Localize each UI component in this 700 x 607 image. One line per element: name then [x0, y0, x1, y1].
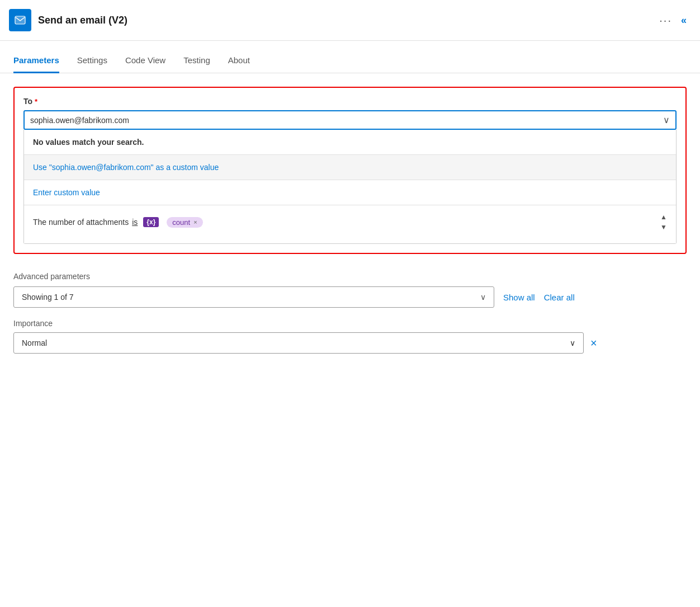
importance-section: Importance Normal ∨ ×	[13, 319, 687, 354]
enter-custom-value-option[interactable]: Enter custom value	[24, 180, 676, 205]
advanced-select-row: Showing 1 of 7 ∨ Show all Clear all	[13, 286, 687, 308]
to-label: To *	[23, 97, 677, 106]
importance-row: Normal ∨ ×	[13, 332, 687, 354]
attachment-row: The number of attachments is {x} count ×…	[24, 205, 676, 239]
count-label: count	[172, 218, 190, 227]
to-field-container: To * ∨ No values match your search. Use …	[13, 87, 687, 254]
to-input[interactable]	[30, 116, 663, 125]
count-remove-button[interactable]: ×	[193, 219, 197, 225]
importance-clear-button[interactable]: ×	[590, 337, 597, 350]
advanced-parameters-label: Advanced parameters	[13, 272, 687, 281]
tab-bar: Parameters Settings Code View Testing Ab…	[0, 50, 700, 73]
spacer	[24, 239, 676, 243]
header-left: Send an email (V2)	[9, 9, 127, 31]
to-dropdown-panel: No values match your search. Use "sophia…	[23, 130, 677, 244]
tab-parameters[interactable]: Parameters	[13, 50, 59, 73]
importance-label: Importance	[13, 319, 687, 328]
showing-select[interactable]: Showing 1 of 7 ∨	[13, 286, 494, 308]
main-content: To * ∨ No values match your search. Use …	[0, 73, 700, 367]
header-title: Send an email (V2)	[38, 15, 127, 26]
tab-about[interactable]: About	[228, 50, 250, 73]
importance-chevron: ∨	[570, 338, 575, 347]
arrow-down-button[interactable]: ▼	[660, 223, 667, 231]
collapse-button[interactable]: «	[681, 15, 687, 26]
attachment-arrows: ▲ ▼	[660, 213, 667, 231]
header: Send an email (V2) ··· «	[0, 0, 700, 41]
more-options-button[interactable]: ···	[659, 14, 672, 27]
to-input-wrapper[interactable]: ∨	[23, 110, 677, 130]
advanced-parameters-section: Advanced parameters Showing 1 of 7 ∨ Sho…	[13, 272, 687, 354]
count-badge: count ×	[167, 217, 202, 228]
header-actions: ··· «	[659, 14, 687, 27]
required-marker: *	[35, 97, 37, 106]
showing-chevron: ∨	[480, 293, 486, 302]
app-icon	[9, 9, 31, 31]
importance-value: Normal	[22, 338, 47, 347]
use-custom-value-option[interactable]: Use "sophia.owen@fabrikom.com" as a cust…	[24, 155, 676, 180]
tab-code-view[interactable]: Code View	[125, 50, 165, 73]
showing-text: Showing 1 of 7	[22, 293, 74, 302]
svg-rect-0	[15, 16, 25, 24]
attachment-text: The number of attachments is {x} count ×	[33, 217, 203, 228]
attachment-is: is	[132, 218, 138, 227]
expr-badge[interactable]: {x}	[143, 217, 159, 227]
tab-testing[interactable]: Testing	[183, 50, 210, 73]
importance-select[interactable]: Normal ∨	[13, 332, 584, 354]
to-dropdown-chevron[interactable]: ∨	[663, 115, 670, 125]
no-values-message: No values match your search.	[24, 130, 676, 155]
clear-all-button[interactable]: Clear all	[544, 293, 575, 302]
tab-settings[interactable]: Settings	[77, 50, 107, 73]
attachment-prefix: The number of attachments	[33, 218, 129, 227]
show-all-button[interactable]: Show all	[503, 293, 535, 302]
arrow-up-button[interactable]: ▲	[660, 213, 667, 221]
